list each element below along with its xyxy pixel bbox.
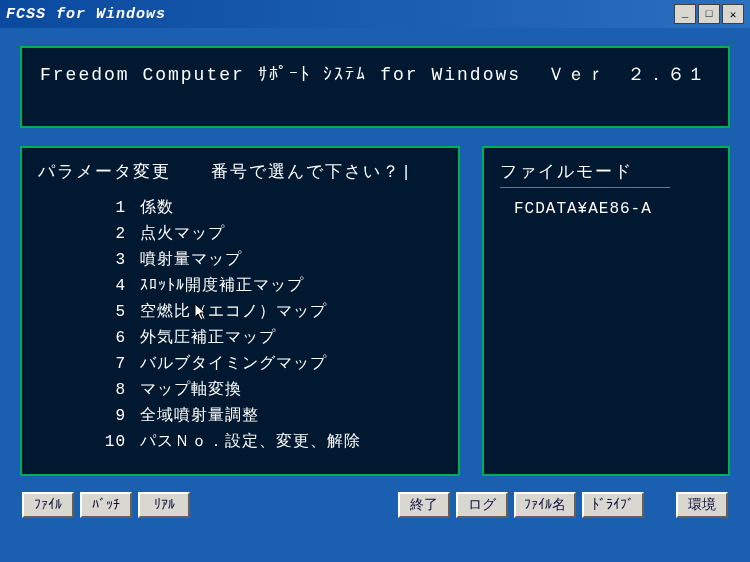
real-button[interactable]: ﾘｱﾙ bbox=[138, 492, 190, 518]
close-button[interactable]: ✕ bbox=[722, 4, 744, 24]
menu-label: 係数 bbox=[140, 195, 174, 221]
menu-item-10[interactable]: 10 パスＮｏ．設定、変更、解除 bbox=[92, 429, 442, 455]
menu-item-6[interactable]: 6 外気圧補正マップ bbox=[92, 325, 442, 351]
main-row: パラメータ変更 番号で選んで下さい？| 1 係数 2 点火マップ 3 噴射量マッ… bbox=[20, 146, 730, 476]
window-title: FCSS for Windows bbox=[6, 6, 674, 23]
header-panel: Freedom Computer ｻﾎﾟｰﾄ ｼｽﾃﾑ for Windows … bbox=[20, 46, 730, 128]
menu-item-9[interactable]: 9 全域噴射量調整 bbox=[92, 403, 442, 429]
menu-label: 点火マップ bbox=[140, 221, 225, 247]
drive-button[interactable]: ﾄﾞﾗｲﾌﾞ bbox=[582, 492, 644, 518]
menu-label: バルブタイミングマップ bbox=[140, 351, 327, 377]
menu-item-3[interactable]: 3 噴射量マップ bbox=[92, 247, 442, 273]
menu-num: 2 bbox=[92, 221, 126, 247]
minimize-button[interactable]: _ bbox=[674, 4, 696, 24]
menu-item-7[interactable]: 7 バルブタイミングマップ bbox=[92, 351, 442, 377]
titlebar: FCSS for Windows _ □ ✕ bbox=[0, 0, 750, 28]
client-area: Freedom Computer ｻﾎﾟｰﾄ ｼｽﾃﾑ for Windows … bbox=[0, 28, 750, 528]
menu-num: 4 bbox=[92, 273, 126, 299]
menu-item-4[interactable]: 4 ｽﾛｯﾄﾙ開度補正マップ bbox=[92, 273, 442, 299]
menu-label: 外気圧補正マップ bbox=[140, 325, 276, 351]
menu-label: マップ軸変換 bbox=[140, 377, 242, 403]
parameter-menu-panel: パラメータ変更 番号で選んで下さい？| 1 係数 2 点火マップ 3 噴射量マッ… bbox=[20, 146, 460, 476]
spacer bbox=[650, 492, 670, 518]
file-button[interactable]: ﾌｧｲﾙ bbox=[22, 492, 74, 518]
menu-item-8[interactable]: 8 マップ軸変換 bbox=[92, 377, 442, 403]
menu-item-2[interactable]: 2 点火マップ bbox=[92, 221, 442, 247]
file-mode-panel: ファイルモード FCDATA¥AE86-A bbox=[482, 146, 730, 476]
spacer bbox=[196, 492, 392, 518]
maximize-button[interactable]: □ bbox=[698, 4, 720, 24]
bottom-toolbar: ﾌｧｲﾙ ﾊﾞｯﾁ ﾘｱﾙ 終了 ログ ﾌｧｲﾙ名 ﾄﾞﾗｲﾌﾞ 環境 bbox=[20, 492, 730, 518]
menu-num: 1 bbox=[92, 195, 126, 221]
input-prompt[interactable]: 番号で選んで下さい？| bbox=[211, 160, 413, 183]
menu-num: 9 bbox=[92, 403, 126, 429]
menu-label: パスＮｏ．設定、変更、解除 bbox=[140, 429, 361, 455]
app-title-version: Freedom Computer ｻﾎﾟｰﾄ ｼｽﾃﾑ for Windows … bbox=[40, 62, 710, 86]
menu-num: 5 bbox=[92, 299, 126, 325]
filename-button[interactable]: ﾌｧｲﾙ名 bbox=[514, 492, 576, 518]
divider bbox=[500, 187, 670, 188]
file-mode-path: FCDATA¥AE86-A bbox=[500, 200, 712, 218]
menu-num: 8 bbox=[92, 377, 126, 403]
menu-items: 1 係数 2 点火マップ 3 噴射量マップ 4 ｽﾛｯﾄﾙ開度補正マップ 5 bbox=[38, 195, 442, 455]
panel-title: パラメータ変更 bbox=[38, 160, 171, 183]
env-button[interactable]: 環境 bbox=[676, 492, 728, 518]
menu-num: 3 bbox=[92, 247, 126, 273]
menu-label: 全域噴射量調整 bbox=[140, 403, 259, 429]
log-button[interactable]: ログ bbox=[456, 492, 508, 518]
menu-label: ｽﾛｯﾄﾙ開度補正マップ bbox=[140, 273, 304, 299]
menu-label: 空燃比（エコノ）マップ bbox=[140, 299, 327, 325]
menu-num: 7 bbox=[92, 351, 126, 377]
file-mode-title: ファイルモード bbox=[500, 160, 712, 183]
exit-button[interactable]: 終了 bbox=[398, 492, 450, 518]
menu-label: 噴射量マップ bbox=[140, 247, 242, 273]
menu-item-5[interactable]: 5 空燃比（エコノ）マップ bbox=[92, 299, 442, 325]
batch-button[interactable]: ﾊﾞｯﾁ bbox=[80, 492, 132, 518]
menu-num: 10 bbox=[92, 429, 126, 455]
menu-num: 6 bbox=[92, 325, 126, 351]
panel-head: パラメータ変更 番号で選んで下さい？| bbox=[38, 160, 442, 183]
menu-item-1[interactable]: 1 係数 bbox=[92, 195, 442, 221]
window-controls: _ □ ✕ bbox=[674, 4, 744, 24]
